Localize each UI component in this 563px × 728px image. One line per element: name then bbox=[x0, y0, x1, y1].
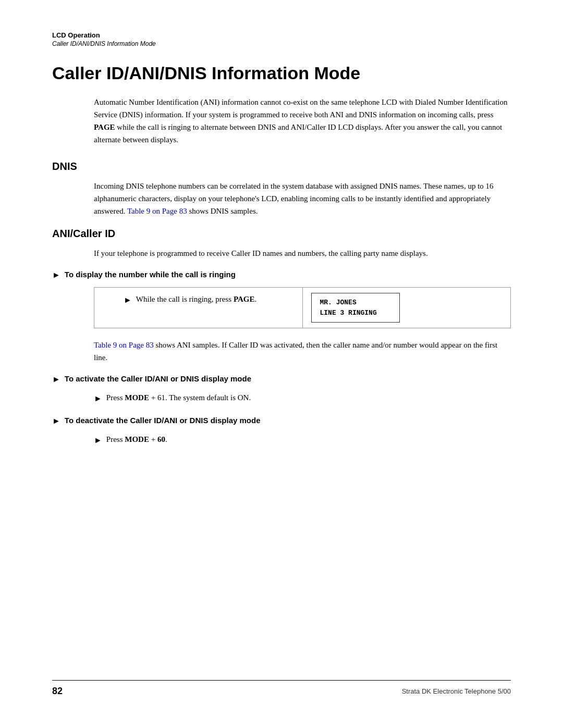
ani-table-link[interactable]: Table 9 on Page 83 bbox=[94, 341, 154, 349]
procedure3-step-text: Press MODE + 60. bbox=[106, 433, 167, 446]
intro-paragraph: Automatic Number Identification (ANI) in… bbox=[94, 96, 511, 146]
table-row: ► While the call is ringing, press PAGE.… bbox=[94, 288, 511, 328]
dnis-heading: DNIS bbox=[52, 161, 511, 172]
step-sub-arrow: ► While the call is ringing, press PAGE. bbox=[124, 293, 294, 307]
procedure2-arrow-icon: ► bbox=[52, 375, 60, 384]
intro-page-bold: PAGE bbox=[94, 123, 115, 131]
lcd-cell: MR. JONES LINE 3 RINGING bbox=[302, 288, 511, 328]
lcd-line1: MR. JONES bbox=[320, 298, 391, 308]
procedure3-step-arrow-icon: ► bbox=[94, 434, 102, 447]
procedure3-step: ► Press MODE + 60. bbox=[94, 433, 511, 447]
procedure1-heading-text: To display the number while the call is … bbox=[65, 270, 236, 279]
header-label: LCD Operation bbox=[52, 31, 511, 39]
lcd-display: MR. JONES LINE 3 RINGING bbox=[311, 293, 400, 323]
footer-doc-name: Strata DK Electronic Telephone 5/00 bbox=[402, 687, 511, 695]
lcd-line2: LINE 3 RINGING bbox=[320, 308, 391, 318]
procedure3-arrow-icon: ► bbox=[52, 416, 60, 426]
mode-bold-60: 60 bbox=[157, 435, 165, 443]
procedure1-heading: ► To display the number while the call i… bbox=[52, 270, 511, 280]
dnis-text-after-link: shows DNIS samples. bbox=[187, 207, 258, 215]
page-header: LCD Operation Caller ID/ANI/DNIS Informa… bbox=[0, 0, 563, 53]
procedure1-table: ► While the call is ringing, press PAGE.… bbox=[94, 287, 511, 328]
intro-text-1: Automatic Number Identification (ANI) in… bbox=[94, 98, 508, 119]
page-title: Caller ID/ANI/DNIS Information Mode bbox=[52, 63, 511, 83]
procedure2-step-arrow-icon: ► bbox=[94, 392, 102, 405]
mode-bold-2: MODE bbox=[125, 393, 149, 402]
procedure3-heading: ► To deactivate the Caller ID/ANI or DNI… bbox=[52, 416, 511, 426]
after-link-text: shows ANI samples. If Caller ID was acti… bbox=[94, 341, 497, 362]
ani-caller-id-body: If your telephone is programmed to recei… bbox=[94, 247, 511, 260]
procedure2-step-text: Press MODE + 61. The system default is O… bbox=[106, 391, 251, 404]
page-bold: PAGE bbox=[234, 295, 255, 303]
page: LCD Operation Caller ID/ANI/DNIS Informa… bbox=[0, 0, 563, 728]
footer-page-number: 82 bbox=[52, 686, 63, 697]
procedure2-step: ► Press MODE + 61. The system default is… bbox=[94, 391, 511, 405]
dnis-section: DNIS Incoming DNIS telephone numbers can… bbox=[52, 161, 511, 217]
step-cell: ► While the call is ringing, press PAGE. bbox=[94, 288, 303, 328]
mode-bold-3: MODE bbox=[125, 435, 149, 443]
procedure1-arrow-icon: ► bbox=[52, 270, 60, 280]
procedure2-heading: ► To activate the Caller ID/ANI or DNIS … bbox=[52, 374, 511, 384]
page-footer: 82 Strata DK Electronic Telephone 5/00 bbox=[52, 680, 511, 697]
step-text: While the call is ringing, press PAGE. bbox=[136, 293, 256, 305]
after-table-para: Table 9 on Page 83 shows ANI samples. If… bbox=[94, 339, 511, 364]
procedure2-heading-text: To activate the Caller ID/ANI or DNIS di… bbox=[65, 374, 251, 383]
intro-text-2: while the call is ringing to alternate b… bbox=[94, 123, 502, 144]
dnis-table-link[interactable]: Table 9 on Page 83 bbox=[127, 207, 187, 215]
step-arrow-icon: ► bbox=[124, 293, 132, 307]
main-content: Caller ID/ANI/DNIS Information Mode Auto… bbox=[0, 53, 563, 485]
procedure3-heading-text: To deactivate the Caller ID/ANI or DNIS … bbox=[65, 416, 261, 425]
ani-caller-id-heading: ANI/Caller ID bbox=[52, 228, 511, 240]
ani-caller-id-section: ANI/Caller ID If your telephone is progr… bbox=[52, 228, 511, 447]
header-subtitle: Caller ID/ANI/DNIS Information Mode bbox=[52, 40, 511, 47]
dnis-body: Incoming DNIS telephone numbers can be c… bbox=[94, 180, 511, 217]
